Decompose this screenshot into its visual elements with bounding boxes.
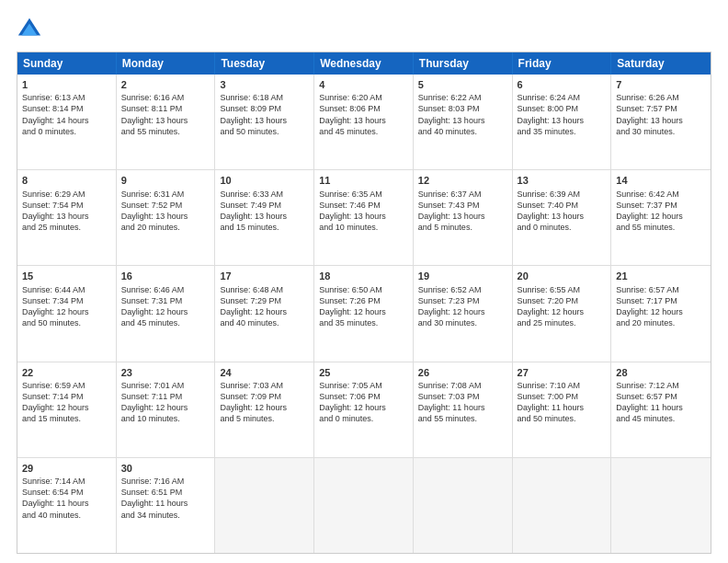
day-info: Sunrise: 6:26 AMSunset: 7:57 PMDaylight:… (616, 92, 706, 137)
calendar-cell-day-28: 28Sunrise: 7:12 AMSunset: 6:57 PMDayligh… (611, 362, 711, 457)
day-number: 26 (418, 366, 507, 379)
day-number: 16 (121, 270, 210, 282)
day-number: 7 (616, 78, 706, 91)
calendar-cell-day-17: 17Sunrise: 6:48 AMSunset: 7:29 PMDayligh… (215, 266, 314, 361)
calendar-cell-day-7: 7Sunrise: 6:26 AMSunset: 7:57 PMDaylight… (611, 75, 711, 169)
day-info: Sunrise: 7:05 AMSunset: 7:06 PMDaylight:… (319, 380, 408, 425)
calendar-row-2: 8Sunrise: 6:29 AMSunset: 7:54 PMDaylight… (17, 170, 711, 266)
calendar-cell-day-26: 26Sunrise: 7:08 AMSunset: 7:03 PMDayligh… (414, 362, 513, 457)
day-info: Sunrise: 6:50 AMSunset: 7:26 PMDaylight:… (319, 284, 408, 329)
calendar-cell-day-24: 24Sunrise: 7:03 AMSunset: 7:09 PMDayligh… (215, 362, 314, 457)
calendar-cell-empty (215, 458, 314, 553)
day-number: 23 (121, 366, 210, 379)
day-number: 20 (518, 270, 607, 282)
day-number: 27 (518, 366, 607, 379)
day-info: Sunrise: 6:24 AMSunset: 8:00 PMDaylight:… (518, 92, 607, 137)
day-info: Sunrise: 7:03 AMSunset: 7:09 PMDaylight:… (220, 380, 309, 425)
calendar-cell-day-11: 11Sunrise: 6:35 AMSunset: 7:46 PMDayligh… (314, 170, 414, 265)
header-cell-wednesday: Wednesday (314, 52, 414, 75)
day-info: Sunrise: 6:16 AMSunset: 8:11 PMDaylight:… (121, 92, 210, 137)
day-number: 21 (616, 270, 706, 282)
day-number: 3 (220, 78, 309, 91)
day-number: 24 (220, 366, 309, 379)
day-number: 1 (22, 78, 111, 91)
calendar: SundayMondayTuesdayWednesdayThursdayFrid… (17, 52, 711, 554)
day-number: 4 (319, 78, 408, 91)
day-number: 14 (616, 174, 706, 187)
page: SundayMondayTuesdayWednesdayThursdayFrid… (0, 0, 728, 563)
day-number: 15 (22, 270, 111, 282)
day-number: 10 (220, 174, 309, 187)
header-cell-tuesday: Tuesday (215, 52, 314, 75)
calendar-cell-day-25: 25Sunrise: 7:05 AMSunset: 7:06 PMDayligh… (314, 362, 414, 457)
calendar-cell-day-3: 3Sunrise: 6:18 AMSunset: 8:09 PMDaylight… (215, 75, 314, 169)
day-info: Sunrise: 7:16 AMSunset: 6:51 PMDaylight:… (121, 476, 210, 521)
day-number: 18 (319, 270, 408, 282)
day-info: Sunrise: 6:59 AMSunset: 7:14 PMDaylight:… (22, 380, 111, 425)
day-info: Sunrise: 6:44 AMSunset: 7:34 PMDaylight:… (22, 284, 111, 329)
day-info: Sunrise: 6:46 AMSunset: 7:31 PMDaylight:… (121, 284, 210, 329)
calendar-header: SundayMondayTuesdayWednesdayThursdayFrid… (17, 52, 711, 75)
day-number: 6 (518, 78, 607, 91)
header (17, 17, 711, 42)
day-info: Sunrise: 7:14 AMSunset: 6:54 PMDaylight:… (22, 476, 111, 521)
calendar-cell-day-12: 12Sunrise: 6:37 AMSunset: 7:43 PMDayligh… (414, 170, 513, 265)
day-number: 29 (22, 462, 111, 475)
day-info: Sunrise: 7:08 AMSunset: 7:03 PMDaylight:… (418, 380, 507, 425)
day-number: 19 (418, 270, 507, 282)
day-info: Sunrise: 6:42 AMSunset: 7:37 PMDaylight:… (616, 189, 706, 234)
calendar-cell-empty (414, 458, 513, 553)
calendar-body: 1Sunrise: 6:13 AMSunset: 8:14 PMDaylight… (17, 75, 711, 553)
calendar-cell-day-2: 2Sunrise: 6:16 AMSunset: 8:11 PMDaylight… (117, 75, 216, 169)
calendar-cell-day-1: 1Sunrise: 6:13 AMSunset: 8:14 PMDaylight… (17, 75, 117, 169)
day-info: Sunrise: 7:10 AMSunset: 7:00 PMDaylight:… (518, 380, 607, 425)
calendar-cell-day-29: 29Sunrise: 7:14 AMSunset: 6:54 PMDayligh… (17, 458, 117, 553)
day-info: Sunrise: 6:33 AMSunset: 7:49 PMDaylight:… (220, 189, 309, 234)
calendar-cell-day-18: 18Sunrise: 6:50 AMSunset: 7:26 PMDayligh… (314, 266, 414, 361)
day-number: 8 (22, 174, 111, 187)
day-info: Sunrise: 6:48 AMSunset: 7:29 PMDaylight:… (220, 284, 309, 329)
day-info: Sunrise: 6:20 AMSunset: 8:06 PMDaylight:… (319, 92, 408, 137)
calendar-cell-day-19: 19Sunrise: 6:52 AMSunset: 7:23 PMDayligh… (414, 266, 513, 361)
day-number: 5 (418, 78, 507, 91)
day-info: Sunrise: 6:13 AMSunset: 8:14 PMDaylight:… (22, 92, 111, 137)
logo (17, 17, 48, 42)
header-cell-thursday: Thursday (414, 52, 513, 75)
calendar-row-1: 1Sunrise: 6:13 AMSunset: 8:14 PMDaylight… (17, 75, 711, 170)
calendar-cell-day-5: 5Sunrise: 6:22 AMSunset: 8:03 PMDaylight… (414, 75, 513, 169)
day-number: 13 (518, 174, 607, 187)
calendar-cell-day-9: 9Sunrise: 6:31 AMSunset: 7:52 PMDaylight… (117, 170, 216, 265)
calendar-cell-day-27: 27Sunrise: 7:10 AMSunset: 7:00 PMDayligh… (513, 362, 612, 457)
calendar-cell-day-21: 21Sunrise: 6:57 AMSunset: 7:17 PMDayligh… (611, 266, 711, 361)
calendar-cell-day-30: 30Sunrise: 7:16 AMSunset: 6:51 PMDayligh… (117, 458, 216, 553)
day-info: Sunrise: 6:35 AMSunset: 7:46 PMDaylight:… (319, 189, 408, 234)
calendar-cell-day-4: 4Sunrise: 6:20 AMSunset: 8:06 PMDaylight… (314, 75, 414, 169)
header-cell-monday: Monday (117, 52, 216, 75)
day-number: 22 (22, 366, 111, 379)
day-info: Sunrise: 7:01 AMSunset: 7:11 PMDaylight:… (121, 380, 210, 425)
day-info: Sunrise: 6:31 AMSunset: 7:52 PMDaylight:… (121, 189, 210, 234)
calendar-cell-day-10: 10Sunrise: 6:33 AMSunset: 7:49 PMDayligh… (215, 170, 314, 265)
calendar-cell-empty (513, 458, 612, 553)
calendar-cell-day-13: 13Sunrise: 6:39 AMSunset: 7:40 PMDayligh… (513, 170, 612, 265)
day-info: Sunrise: 6:29 AMSunset: 7:54 PMDaylight:… (22, 189, 111, 234)
day-number: 28 (616, 366, 706, 379)
day-info: Sunrise: 6:52 AMSunset: 7:23 PMDaylight:… (418, 284, 507, 329)
calendar-row-3: 15Sunrise: 6:44 AMSunset: 7:34 PMDayligh… (17, 266, 711, 362)
calendar-cell-day-20: 20Sunrise: 6:55 AMSunset: 7:20 PMDayligh… (513, 266, 612, 361)
day-number: 12 (418, 174, 507, 187)
logo-icon (17, 17, 42, 42)
header-cell-sunday: Sunday (17, 52, 117, 75)
day-number: 9 (121, 174, 210, 187)
calendar-cell-day-23: 23Sunrise: 7:01 AMSunset: 7:11 PMDayligh… (117, 362, 216, 457)
day-info: Sunrise: 6:55 AMSunset: 7:20 PMDaylight:… (518, 284, 607, 329)
day-number: 2 (121, 78, 210, 91)
calendar-row-5: 29Sunrise: 7:14 AMSunset: 6:54 PMDayligh… (17, 458, 711, 553)
day-number: 17 (220, 270, 309, 282)
calendar-cell-empty (611, 458, 711, 553)
day-number: 25 (319, 366, 408, 379)
calendar-cell-day-6: 6Sunrise: 6:24 AMSunset: 8:00 PMDaylight… (513, 75, 612, 169)
calendar-cell-day-14: 14Sunrise: 6:42 AMSunset: 7:37 PMDayligh… (611, 170, 711, 265)
day-number: 11 (319, 174, 408, 187)
header-cell-friday: Friday (513, 52, 612, 75)
